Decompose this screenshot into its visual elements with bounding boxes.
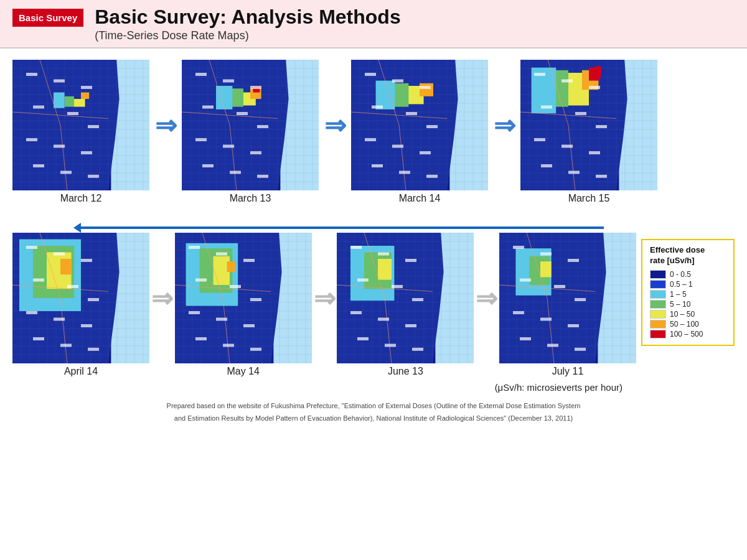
legend-label-1: 0 - 0.5 — [670, 270, 691, 279]
legend-row-7: 100 – 500 — [650, 330, 726, 338]
legend-row-3: 1 – 5 — [650, 290, 726, 299]
legend-label-4: 5 – 10 — [670, 300, 690, 309]
badge: Basic Survey — [12, 9, 83, 27]
maps-area: March 12 ⇒ March 13 ⇒ — [12, 55, 735, 377]
legend-color-1 — [650, 270, 666, 279]
main-content: March 12 ⇒ March 13 ⇒ — [0, 49, 747, 424]
map-col-mar12: March 12 — [12, 60, 149, 204]
header: Basic Survey Basic Survey: Analysis Meth… — [0, 0, 747, 49]
map-label-mar13: March 13 — [230, 193, 271, 204]
row2-maps: April 14 ⇒ May 14 ⇒ — [12, 233, 735, 377]
attribution: Prepared based on the website of Fukushi… — [12, 399, 735, 424]
legend-label-6: 50 – 100 — [670, 320, 699, 329]
map-col-apr14: April 14 — [12, 233, 149, 377]
legend-label-2: 0.5 – 1 — [670, 280, 693, 289]
legend-row-4: 5 – 10 — [650, 300, 726, 309]
map-label-mar12: March 12 — [60, 193, 102, 204]
map-jul11 — [499, 233, 636, 363]
map-col-mar14: March 14 — [351, 60, 488, 204]
legend-color-3 — [650, 290, 666, 299]
legend-title: Effective doserate [uSv/h] — [650, 245, 726, 266]
map-may14 — [175, 233, 312, 363]
map-label-mar15: March 15 — [568, 193, 610, 204]
map-col-mar13: March 13 — [182, 60, 319, 204]
map-label-apr14: April 14 — [64, 366, 98, 377]
map-mar13 — [182, 60, 319, 190]
legend-label-5: 10 – 50 — [670, 310, 695, 319]
map-col-mar15: March 15 — [520, 60, 657, 204]
svg-marker-1 — [73, 223, 81, 233]
map-apr14 — [12, 233, 149, 363]
legend-label-7: 100 – 500 — [670, 330, 703, 338]
legend-color-6 — [650, 320, 666, 329]
legend-label-3: 1 – 5 — [670, 290, 687, 299]
map-mar12 — [12, 60, 149, 190]
arrow-1-2: ⇒ — [149, 60, 182, 190]
arrow-6-7: ⇒ — [312, 233, 337, 363]
map-label-jun13: June 13 — [388, 366, 423, 377]
page-subtitle: (Time-Series Dose Rate Maps) — [95, 29, 400, 42]
page-title: Basic Survey: Analysis Methods — [95, 6, 400, 28]
map-mar15 — [520, 60, 657, 190]
map-col-may14: May 14 — [175, 233, 312, 377]
map-label-may14: May 14 — [227, 366, 259, 377]
map-mar14 — [351, 60, 488, 190]
microsieverts-note: (μSv/h: microsieverts per hour) — [12, 382, 735, 393]
legend-row-5: 10 – 50 — [650, 310, 726, 319]
map-jun13 — [337, 233, 474, 363]
attribution-text: Prepared based on the website of Fukushi… — [167, 402, 581, 422]
legend-color-2 — [650, 280, 666, 289]
arrow-2-3: ⇒ — [319, 60, 351, 190]
legend-color-5 — [650, 310, 666, 319]
legend-color-4 — [650, 300, 666, 309]
legend: Effective doserate [uSv/h] 0 - 0.5 0.5 –… — [641, 239, 735, 346]
arrow-7-8: ⇒ — [474, 233, 499, 363]
header-titles: Basic Survey: Analysis Methods (Time-Ser… — [95, 6, 400, 42]
arrow-3-4: ⇒ — [488, 60, 520, 190]
legend-row-6: 50 – 100 — [650, 320, 726, 329]
map-col-jun13: June 13 — [337, 233, 474, 377]
legend-container: Effective doserate [uSv/h] 0 - 0.5 0.5 –… — [641, 239, 735, 346]
map-label-mar14: March 14 — [399, 193, 441, 204]
legend-row-2: 0.5 – 1 — [650, 280, 726, 289]
legend-color-7 — [650, 330, 666, 338]
row-connector — [12, 205, 735, 233]
legend-row-1: 0 - 0.5 — [650, 270, 726, 279]
arrow-5-6: ⇒ — [149, 233, 175, 363]
map-label-jul11: July 11 — [552, 366, 584, 377]
row1-maps: March 12 ⇒ March 13 ⇒ — [12, 60, 735, 204]
map-col-jul11: July 11 — [499, 233, 636, 377]
